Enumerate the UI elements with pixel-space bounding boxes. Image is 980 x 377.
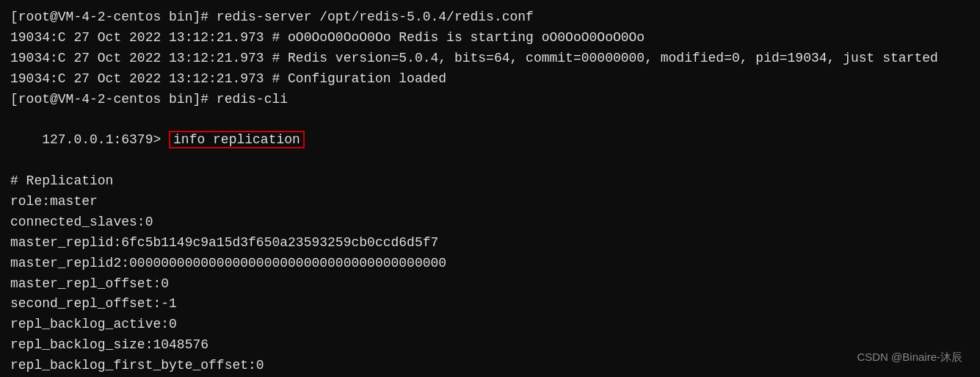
line-out10: repl_backlog_first_byte_offset:0 (10, 356, 970, 376)
line-out9: repl_backlog_size:1048576 (10, 335, 970, 356)
line-out6: master_repl_offset:0 (10, 274, 970, 295)
prompt-prefix: 127.0.0.1:6379> (42, 132, 169, 147)
line-cmd2: [root@VM-4-2-centos bin]# redis-cli (10, 90, 970, 110)
line-cmd3: 127.0.0.1:6379> info replication (10, 109, 970, 171)
line-out2: role:master (10, 192, 970, 212)
line-out3: connected_slaves:0 (10, 212, 970, 233)
line-log2: 19034:C 27 Oct 2022 13:12:21.973 # Redis… (10, 49, 970, 69)
line-out1: # Replication (10, 171, 970, 192)
line-out5: master_replid2:0000000000000000000000000… (10, 254, 970, 274)
line-out8: repl_backlog_active:0 (10, 315, 970, 335)
line-log1: 19034:C 27 Oct 2022 13:12:21.973 # oO0Oo… (10, 28, 970, 49)
line-out4: master_replid:6fc5b1149c9a15d3f650a23593… (10, 233, 970, 254)
highlighted-command: info replication (169, 131, 305, 148)
line-out7: second_repl_offset:-1 (10, 294, 970, 315)
line-log3: 19034:C 27 Oct 2022 13:12:21.973 # Confi… (10, 69, 970, 90)
terminal-window: [root@VM-4-2-centos bin]# redis-server /… (0, 0, 980, 377)
watermark: CSDN @Binaire-沐辰 (857, 348, 962, 365)
line-cmd1: [root@VM-4-2-centos bin]# redis-server /… (10, 7, 970, 28)
